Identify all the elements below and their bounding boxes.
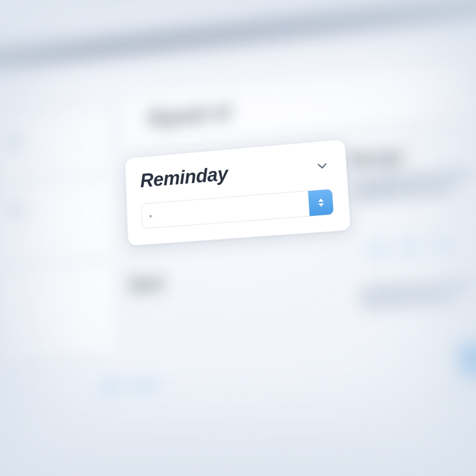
- blurred-text-line: [353, 185, 455, 201]
- blurred-chip: [430, 236, 455, 255]
- app-header-bar: [0, 0, 476, 76]
- blurred-sidebar-card: [0, 264, 115, 358]
- blurred-subheading: Rongl: [350, 146, 403, 171]
- reminday-title: Reminday: [140, 163, 229, 192]
- blurred-text-line: [360, 282, 473, 296]
- stepper-button[interactable]: [308, 189, 334, 216]
- stepper-down-icon: [318, 203, 324, 207]
- stepper-up-icon: [318, 198, 324, 202]
- reminday-input-row: ▸: [141, 189, 334, 229]
- blurred-subheading: Rert: [129, 274, 164, 296]
- blurred-chip: [398, 238, 422, 257]
- reminday-input[interactable]: ▸: [141, 191, 309, 228]
- reminday-card-header: Reminday: [140, 154, 331, 192]
- blurred-text-line: [352, 170, 473, 187]
- blurred-sidebar-icon: [7, 135, 21, 151]
- caret-icon: ▸: [150, 212, 153, 219]
- blurred-link: add · teren: [99, 377, 160, 394]
- blurred-primary-button: [458, 338, 476, 378]
- reminday-card: Reminday ▸: [125, 139, 351, 246]
- chevron-down-icon[interactable]: [313, 157, 331, 175]
- blurred-sidebar-card: [0, 178, 112, 263]
- blurred-text-line: [361, 296, 455, 309]
- blurred-chip: [365, 240, 389, 259]
- blurred-sidebar-icon: [8, 202, 23, 218]
